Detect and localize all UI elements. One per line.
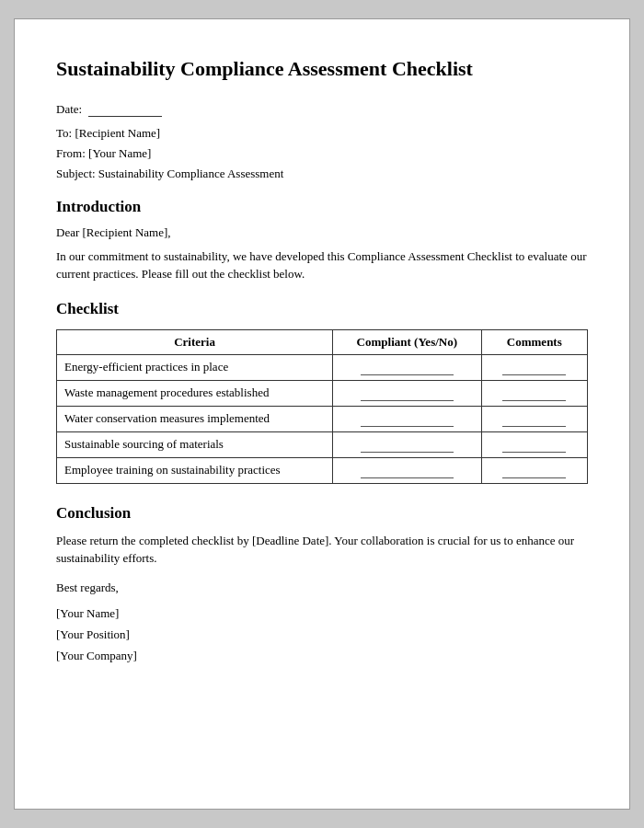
comments-cell[interactable] xyxy=(481,354,587,380)
column-criteria: Criteria xyxy=(57,329,333,354)
checklist-table: Criteria Compliant (Yes/No) Comments Ene… xyxy=(56,329,588,484)
compliant-cell[interactable] xyxy=(333,354,482,380)
signature-company: [Your Company] xyxy=(56,645,588,666)
from-label: From: xyxy=(56,146,86,160)
table-row: Water conservation measures implemented xyxy=(57,406,588,431)
signature-name: [Your Name] xyxy=(56,603,588,624)
to-line: To: [Recipient Name] xyxy=(56,126,588,141)
criteria-cell: Sustainable sourcing of materials xyxy=(57,431,333,457)
date-line: Date: xyxy=(56,101,588,117)
document-container: Sustainability Compliance Assessment Che… xyxy=(14,18,630,810)
document-title: Sustainability Compliance Assessment Che… xyxy=(56,56,588,83)
comments-cell[interactable] xyxy=(481,431,587,457)
criteria-cell: Energy-efficient practices in place xyxy=(57,354,333,380)
column-compliant: Compliant (Yes/No) xyxy=(333,329,482,354)
introduction-heading: Introduction xyxy=(56,198,588,216)
comments-cell[interactable] xyxy=(481,457,587,483)
compliant-cell[interactable] xyxy=(333,406,482,431)
comments-cell[interactable] xyxy=(481,406,587,431)
table-row: Sustainable sourcing of materials xyxy=(57,431,588,457)
criteria-cell: Employee training on sustainability prac… xyxy=(57,457,333,483)
conclusion-body: Please return the completed checklist by… xyxy=(56,532,588,568)
table-header-row: Criteria Compliant (Yes/No) Comments xyxy=(57,329,588,354)
checklist-heading: Checklist xyxy=(56,300,588,318)
subject-label: Subject: xyxy=(56,167,96,180)
compliant-cell[interactable] xyxy=(333,457,482,483)
introduction-greeting: Dear [Recipient Name], xyxy=(56,225,588,240)
signature-position: [Your Position] xyxy=(56,624,588,645)
compliant-cell[interactable] xyxy=(333,380,482,406)
to-value: [Recipient Name] xyxy=(75,126,160,140)
comments-cell[interactable] xyxy=(481,380,587,406)
column-comments: Comments xyxy=(481,329,587,354)
signature-block: [Your Name] [Your Position] [Your Compan… xyxy=(56,603,588,667)
criteria-cell: Water conservation measures implemented xyxy=(57,406,333,431)
date-label: Date: xyxy=(56,102,82,116)
conclusion-heading: Conclusion xyxy=(56,504,588,523)
introduction-body: In our commitment to sustainability, we … xyxy=(56,247,588,283)
subject-line: Subject: Sustainability Compliance Asses… xyxy=(56,167,588,181)
to-label: To: xyxy=(56,126,72,140)
from-value: [Your Name] xyxy=(88,146,151,160)
criteria-cell: Waste management procedures established xyxy=(57,380,333,406)
table-row: Energy-efficient practices in place xyxy=(57,354,588,380)
subject-value: Sustainability Compliance Assessment xyxy=(98,167,284,180)
table-row: Waste management procedures established xyxy=(57,380,588,406)
regards-line: Best regards, xyxy=(56,581,588,595)
compliant-cell[interactable] xyxy=(333,431,482,457)
date-underline xyxy=(88,101,162,117)
from-line: From: [Your Name] xyxy=(56,146,588,161)
table-row: Employee training on sustainability prac… xyxy=(57,457,588,483)
